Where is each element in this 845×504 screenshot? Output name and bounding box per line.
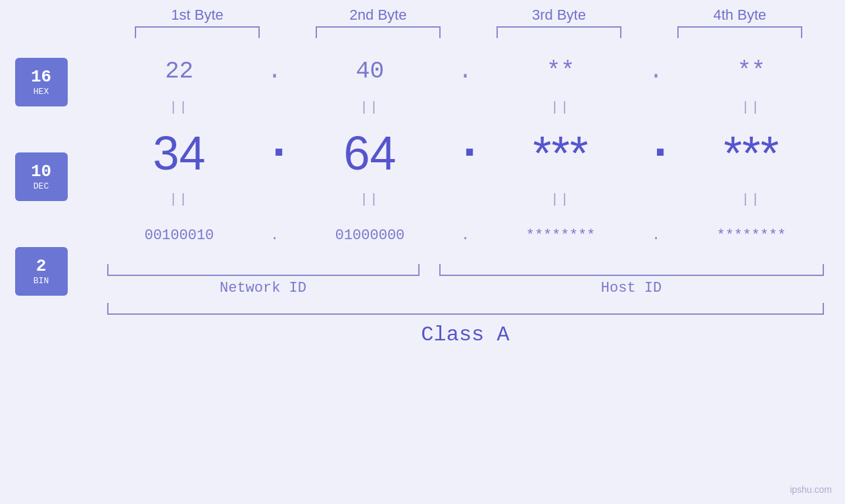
host-id-label: Host ID	[439, 280, 824, 296]
class-label-row: Class A	[101, 323, 831, 347]
network-bracket	[107, 264, 420, 276]
eq2-b4: ||	[679, 192, 824, 207]
class-label: Class A	[421, 323, 509, 347]
bin-badge-label: BIN	[34, 276, 49, 286]
id-labels: Network ID Host ID	[101, 280, 831, 296]
bin-badge: 2 BIN	[15, 247, 68, 296]
main-area: 16 HEX 10 DEC 2 BIN 22 . 40	[15, 45, 831, 347]
hex-badge-number: 16	[31, 68, 51, 87]
eq1-b3: ||	[489, 100, 633, 115]
bin-dot3: .	[646, 227, 666, 244]
top-brackets	[107, 26, 831, 38]
equals-row-2: || || || ||	[101, 189, 831, 209]
byte3-header: 3rd Byte	[487, 7, 631, 24]
dec-byte2: 64	[298, 126, 443, 180]
eq1-b2: ||	[298, 100, 443, 115]
bin-dot2: .	[456, 227, 475, 244]
hex-byte3: **	[489, 58, 633, 85]
full-bracket-row	[101, 303, 831, 315]
eq2-b3: ||	[489, 192, 633, 207]
dec-badge-label: DEC	[34, 181, 49, 191]
bin-byte3: ********	[489, 227, 633, 244]
eq1-b1: ||	[107, 100, 252, 115]
byte-headers: 1st Byte 2nd Byte 3rd Byte 4th Byte	[107, 7, 831, 24]
dec-dot1: ·	[265, 126, 285, 180]
eq1-b4: ||	[679, 100, 824, 115]
hex-dot1: .	[265, 58, 285, 85]
dec-byte3: ***	[489, 126, 633, 180]
hex-dot3: .	[646, 58, 666, 85]
bin-byte4: ********	[679, 227, 824, 244]
host-bracket	[439, 264, 824, 276]
dec-byte1: 34	[107, 126, 252, 180]
byte1-header: 1st Byte	[125, 7, 270, 24]
top-bracket-1	[135, 26, 260, 38]
bin-byte1: 00100010	[107, 227, 252, 244]
bottom-brackets	[101, 264, 831, 276]
dec-badge-number: 10	[31, 162, 51, 181]
main-container: 1st Byte 2nd Byte 3rd Byte 4th Byte 16 H…	[0, 0, 845, 504]
dec-row: 34 · 64 · *** · ***	[101, 117, 831, 189]
dec-dot2: ·	[456, 126, 475, 180]
hex-badge: 16 HEX	[15, 58, 68, 106]
hex-badge-label: HEX	[34, 87, 49, 97]
watermark: ipshu.com	[790, 484, 832, 495]
hex-byte1: 22	[107, 58, 252, 85]
hex-dot2: .	[456, 58, 475, 85]
hex-byte2: 40	[298, 58, 443, 85]
eq2-b2: ||	[298, 192, 443, 207]
dec-dot3: ·	[646, 126, 666, 180]
eq2-b1: ||	[107, 192, 252, 207]
top-bracket-4	[677, 26, 802, 38]
bin-byte2: 01000000	[298, 227, 443, 244]
dec-byte4: ***	[679, 126, 824, 180]
bin-dot1: .	[265, 227, 285, 244]
bin-row: 00100010 . 01000000 . ******** . *******…	[101, 209, 831, 262]
full-bracket	[107, 303, 824, 315]
dec-badge: 10 DEC	[15, 152, 68, 201]
network-id-label: Network ID	[107, 280, 420, 296]
values-grid: 22 . 40 . ** . ** || ||	[101, 45, 831, 347]
equals-row-1: || || || ||	[101, 97, 831, 117]
top-bracket-3	[496, 26, 621, 38]
hex-byte4: **	[679, 58, 824, 85]
byte2-header: 2nd Byte	[306, 7, 450, 24]
bin-badge-number: 2	[36, 257, 47, 276]
byte4-header: 4th Byte	[667, 7, 812, 24]
top-bracket-2	[316, 26, 441, 38]
hex-row: 22 . 40 . ** . **	[101, 45, 831, 97]
badges-column: 16 HEX 10 DEC 2 BIN	[15, 45, 101, 296]
